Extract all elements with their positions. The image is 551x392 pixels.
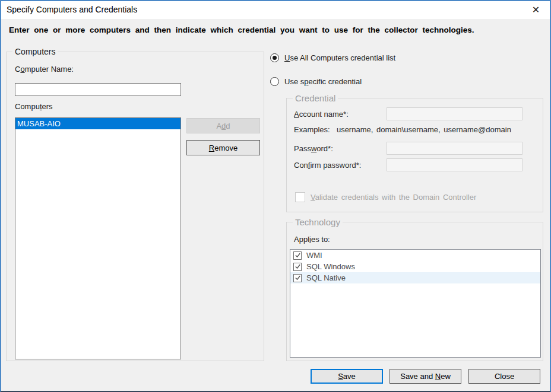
account-name-input	[387, 107, 522, 120]
credential-group-label: Credential	[293, 93, 338, 103]
confirm-password-input	[387, 158, 522, 171]
technology-row-label: SQL Windows	[306, 262, 355, 271]
computer-name-label: Computer Name:	[15, 65, 74, 74]
close-icon: ✕	[532, 4, 540, 15]
checkbox-checked-icon[interactable]	[293, 251, 302, 260]
confirm-password-label: Confirm password*:	[294, 161, 361, 170]
technology-row-wmi[interactable]: WMI	[290, 250, 540, 261]
add-button: Add	[186, 118, 260, 133]
computers-list-label: Computers	[15, 102, 53, 111]
check-icon	[294, 275, 301, 281]
close-dialog-button[interactable]: Close	[468, 369, 540, 384]
technology-listbox[interactable]: WMI SQL Windows SQL Native	[290, 249, 541, 358]
save-and-new-button[interactable]: Save and New	[390, 369, 461, 384]
applies-to-label: Applies to:	[294, 235, 330, 244]
checkbox-unchecked-icon	[295, 192, 305, 202]
validate-credentials-checkbox-row: Validate credentials with the Domain Con…	[295, 192, 476, 202]
radio-use-all-label: Use All Computers credential list	[284, 53, 395, 62]
credential-group: Credential Account name*: Examples: user…	[286, 98, 543, 212]
technology-group: Technology Applies to: WMI SQL Windows S…	[286, 222, 543, 361]
validate-credentials-label: Validate credentials with the Domain Con…	[311, 193, 476, 202]
radio-button-icon	[270, 77, 279, 86]
check-icon	[294, 252, 301, 259]
checkbox-checked-icon[interactable]	[293, 274, 302, 282]
computers-group-label: Computers	[12, 47, 58, 56]
radio-use-all-computers[interactable]: Use All Computers credential list	[270, 53, 395, 62]
technology-group-label: Technology	[293, 217, 343, 227]
technology-row-sql-windows[interactable]: SQL Windows	[290, 261, 540, 272]
window-title: Specify Computers and Credentials	[7, 5, 137, 14]
technology-row-label: WMI	[306, 251, 322, 260]
computer-list-item[interactable]: MUSAB-AIO	[15, 118, 180, 129]
save-button[interactable]: Save	[311, 369, 383, 384]
title-bar: Specify Computers and Credentials ✕	[1, 1, 550, 19]
computers-group: Computers Computer Name: Computers MUSAB…	[6, 52, 264, 361]
password-label: Password*:	[294, 144, 333, 153]
instruction-text: Enter one or more computers and then ind…	[9, 26, 474, 34]
account-name-label: Account name*:	[294, 110, 349, 119]
radio-use-specific-credential[interactable]: Use specific credential	[270, 77, 362, 86]
close-button[interactable]: ✕	[522, 1, 549, 18]
technology-row-sql-native[interactable]: SQL Native	[290, 272, 540, 283]
password-input	[387, 142, 522, 155]
checkbox-checked-icon[interactable]	[293, 263, 302, 271]
radio-use-specific-label: Use specific credential	[284, 77, 362, 86]
radio-button-icon	[270, 53, 279, 62]
check-icon	[294, 263, 301, 270]
technology-row-label: SQL Native	[306, 273, 346, 282]
computer-name-input[interactable]	[15, 83, 181, 96]
account-name-examples: Examples: username, domain\username, use…	[294, 125, 511, 134]
dialog-specify-computers-credentials: Specify Computers and Credentials ✕ Ente…	[0, 0, 551, 392]
remove-button[interactable]: Remove	[186, 140, 260, 155]
computers-listbox[interactable]: MUSAB-AIO	[15, 117, 181, 359]
